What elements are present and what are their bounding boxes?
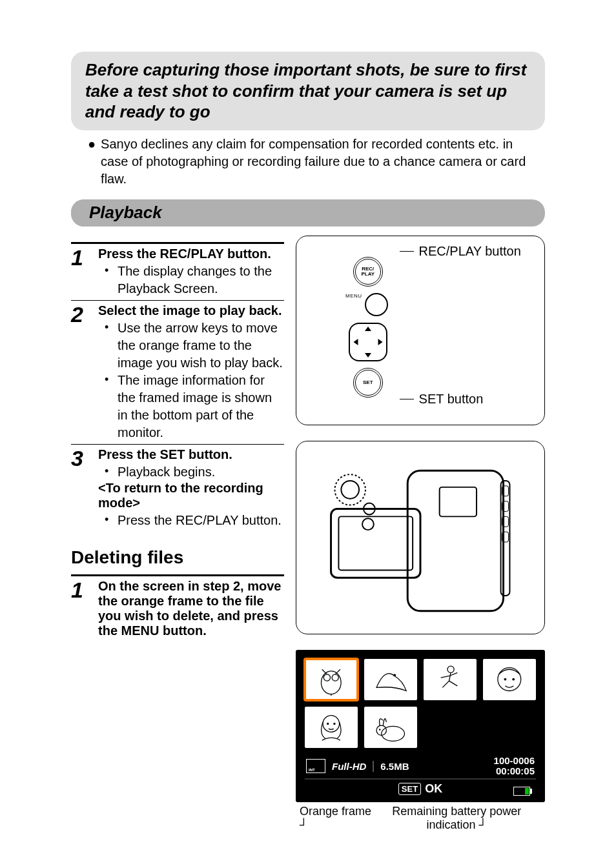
svg-rect-12 bbox=[440, 487, 477, 516]
svg-point-27 bbox=[379, 729, 381, 731]
playback-screen-figure: Full-HD 6.5MB 100-0006 00:00:05 SET OK bbox=[296, 650, 545, 832]
thumbnail bbox=[305, 707, 358, 748]
step-title: Press the SET button. bbox=[98, 447, 284, 462]
set-button-icon: SET bbox=[353, 368, 383, 398]
steps-column: 1 Press the REC/PLAY button. The display… bbox=[71, 236, 284, 832]
camcorder-figure bbox=[296, 441, 545, 634]
bullet-icon: ● bbox=[88, 136, 96, 188]
subheading-deleting-files: Deleting files bbox=[71, 547, 284, 568]
footer-page-number: viii bbox=[503, 863, 542, 869]
bird-icon bbox=[369, 663, 412, 696]
step-number: 1 bbox=[71, 247, 89, 298]
svg-point-9 bbox=[341, 480, 359, 498]
figure-column: REC/ PLAY MENU SET REC/PLAY button bbox=[296, 236, 545, 832]
info-row: Full-HD 6.5MB 100-0006 00:00:05 bbox=[305, 754, 536, 778]
rec-play-button-icon: REC/ PLAY bbox=[353, 257, 383, 287]
face-icon bbox=[488, 663, 531, 696]
step-title: On the screen in step 2, move the orange… bbox=[98, 579, 284, 638]
set-label: SET button bbox=[419, 392, 484, 407]
step-subnote-bold: <To return to the recording mode> bbox=[98, 481, 284, 510]
section-title: Playback bbox=[89, 203, 162, 223]
svg-point-24 bbox=[333, 723, 335, 725]
callout-line-icon: ┘ bbox=[300, 818, 308, 831]
step-bullet: Press the REC/PLAY button. bbox=[112, 512, 284, 529]
step-title: Select the image to play back. bbox=[98, 303, 284, 318]
callouts-row: Orange frame ┘ Remaining battery power i… bbox=[296, 805, 545, 832]
step-title: Press the REC/PLAY button. bbox=[98, 247, 284, 261]
divider bbox=[71, 444, 284, 445]
thumbnail bbox=[364, 707, 417, 748]
divider bbox=[71, 300, 284, 301]
step-bullet: Playback begins. bbox=[112, 463, 284, 481]
dpad-icon bbox=[349, 323, 387, 361]
thumbnail-empty bbox=[424, 707, 477, 748]
svg-point-20 bbox=[504, 678, 507, 681]
set-chip: SET bbox=[398, 783, 421, 795]
owl-icon bbox=[310, 663, 353, 696]
step-bullet: The image information for the framed ima… bbox=[112, 372, 284, 441]
thumbnail bbox=[424, 659, 477, 700]
resolution-label: Full-HD bbox=[332, 761, 366, 772]
step-bullet: Use the arrow keys to move the orange fr… bbox=[112, 319, 284, 372]
notice-banner: Before capturing those important shots, … bbox=[71, 52, 545, 130]
section-heading-playback: Playback bbox=[71, 199, 545, 227]
thumbnail-empty bbox=[483, 707, 536, 748]
thumbnail bbox=[483, 659, 536, 700]
disclaimer-row: ● Sanyo declines any claim for compensat… bbox=[71, 136, 545, 188]
ok-label: OK bbox=[425, 782, 442, 796]
svg-point-13 bbox=[322, 671, 342, 694]
svg-point-8 bbox=[334, 474, 365, 505]
button-stack: REC/ PLAY MENU SET bbox=[348, 257, 388, 398]
running-person-icon bbox=[429, 663, 471, 696]
thumbnail-selected bbox=[305, 659, 358, 700]
step-2: 2 Select the image to play back. Use the… bbox=[71, 303, 284, 441]
rec-play-label: REC/PLAY button bbox=[419, 244, 521, 259]
svg-point-18 bbox=[447, 666, 454, 672]
svg-point-11 bbox=[362, 518, 374, 530]
ok-row: SET OK bbox=[305, 778, 536, 797]
card-icon bbox=[306, 759, 325, 773]
file-size-label: 6.5MB bbox=[373, 761, 409, 772]
svg-point-15 bbox=[332, 674, 338, 681]
file-number-label: 100-0006 bbox=[494, 756, 535, 767]
divider bbox=[71, 242, 284, 244]
duration-label: 00:00:05 bbox=[494, 766, 535, 777]
svg-point-23 bbox=[327, 723, 329, 725]
callout-line-icon: ┘ bbox=[478, 818, 487, 831]
svg-point-14 bbox=[323, 674, 330, 681]
rabbit-icon bbox=[369, 711, 412, 743]
menu-button-icon bbox=[365, 293, 388, 316]
step-number: 1 bbox=[71, 579, 89, 638]
step-3: 3 Press the SET button. Playback begins.… bbox=[71, 447, 284, 529]
woman-icon bbox=[310, 711, 353, 743]
battery-callout: Remaining battery power indication ┘ bbox=[373, 805, 541, 832]
step-number: 3 bbox=[71, 447, 89, 529]
playback-screen: Full-HD 6.5MB 100-0006 00:00:05 SET OK bbox=[296, 650, 545, 802]
camcorder-icon bbox=[305, 450, 535, 625]
thumbnail-grid bbox=[305, 659, 536, 748]
disclaimer-text: Sanyo declines any claim for compensatio… bbox=[101, 136, 541, 188]
menu-label: MENU bbox=[345, 293, 362, 299]
svg-rect-7 bbox=[338, 516, 413, 570]
page: Before capturing those important shots, … bbox=[0, 0, 616, 868]
thumbnail bbox=[364, 659, 417, 700]
notice-banner-text: Before capturing those important shots, … bbox=[85, 59, 531, 123]
step-number: 2 bbox=[71, 303, 89, 441]
step-1: 1 Press the REC/PLAY button. The display… bbox=[71, 247, 284, 298]
delete-step-1: 1 On the screen in step 2, move the oran… bbox=[71, 579, 284, 638]
svg-rect-0 bbox=[407, 470, 503, 611]
orange-frame-callout: Orange frame ┘ bbox=[300, 805, 373, 832]
step-bullet: The display changes to the Playback Scre… bbox=[112, 263, 284, 298]
page-footer: English viii bbox=[71, 863, 545, 869]
divider bbox=[71, 574, 284, 576]
buttons-figure: REC/ PLAY MENU SET REC/PLAY button bbox=[296, 236, 545, 425]
svg-point-21 bbox=[512, 678, 515, 681]
battery-icon bbox=[513, 787, 532, 796]
button-labels: REC/PLAY button SET button bbox=[400, 244, 521, 407]
svg-point-17 bbox=[393, 674, 396, 676]
